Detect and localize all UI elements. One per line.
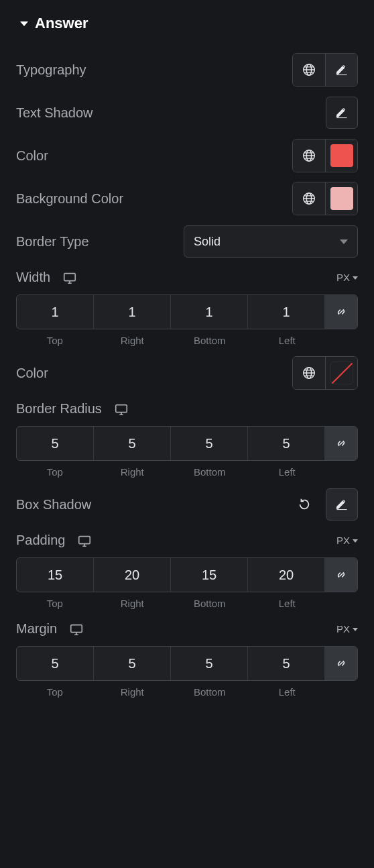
padding-top-input[interactable] <box>17 567 93 584</box>
padding-right-input[interactable] <box>94 567 170 584</box>
width-unit: PX <box>336 272 350 283</box>
width-label: Width <box>16 270 50 285</box>
radius-top-input[interactable] <box>17 435 93 452</box>
padding-unit-toggle[interactable]: PX <box>336 535 358 546</box>
typography-globals-button[interactable] <box>293 54 325 86</box>
desktop-icon <box>62 270 77 285</box>
sub-top: Top <box>16 466 94 478</box>
radius-right-input[interactable] <box>94 435 170 452</box>
border-type-value: Solid <box>194 235 221 249</box>
width-responsive-button[interactable] <box>62 270 77 285</box>
margin-bottom-input[interactable] <box>171 655 247 672</box>
color-picker-button[interactable] <box>325 140 357 172</box>
width-left-input[interactable] <box>248 304 324 321</box>
margin-unit-toggle[interactable]: PX <box>336 623 358 635</box>
radius-left-input[interactable] <box>248 435 324 452</box>
radius-bottom-input[interactable] <box>171 435 247 452</box>
padding-left-input[interactable] <box>248 567 324 584</box>
sub-left: Left <box>249 686 326 698</box>
sub-bottom: Bottom <box>171 598 249 609</box>
reset-icon <box>297 497 312 512</box>
margin-sub-labels: Top Right Bottom Left <box>16 686 358 698</box>
no-color-swatch <box>330 362 353 384</box>
width-unit-toggle[interactable]: PX <box>336 272 358 283</box>
margin-top-input[interactable] <box>17 655 93 672</box>
link-icon <box>334 657 348 670</box>
background-color-globals-button[interactable] <box>293 182 325 215</box>
pencil-icon <box>335 498 349 511</box>
margin-header: Margin PX <box>16 614 358 646</box>
margin-unit: PX <box>336 623 350 635</box>
link-icon <box>334 568 348 582</box>
box-shadow-edit-button[interactable] <box>326 488 358 521</box>
typography-buttons <box>292 53 358 87</box>
typography-label: Typography <box>16 62 86 78</box>
color-globals-button[interactable] <box>293 140 325 172</box>
text-shadow-row: Text Shadow <box>16 91 358 134</box>
section-toggle-answer[interactable]: Answer <box>16 11 358 48</box>
padding-sub-labels: Top Right Bottom Left <box>16 598 358 609</box>
sub-left: Left <box>249 335 326 346</box>
border-type-label: Border Type <box>16 234 89 250</box>
border-type-select[interactable]: Solid <box>184 225 358 258</box>
globe-icon <box>302 148 316 163</box>
chevron-down-icon <box>353 628 358 631</box>
globe-icon <box>302 191 316 206</box>
color-swatch <box>330 144 353 167</box>
padding-link-button[interactable] <box>325 558 357 592</box>
chevron-down-icon <box>353 539 358 543</box>
border-color-buttons <box>292 356 358 390</box>
sub-top: Top <box>16 686 94 698</box>
sub-right: Right <box>94 335 172 346</box>
border-radius-label: Border Radius <box>16 401 102 417</box>
text-shadow-edit-button[interactable] <box>326 97 358 129</box>
sub-left: Left <box>249 466 326 478</box>
margin-label: Margin <box>16 621 57 637</box>
color-label: Color <box>16 148 48 164</box>
border-color-picker-button[interactable] <box>325 357 357 389</box>
sub-right: Right <box>94 598 172 609</box>
margin-right-input[interactable] <box>94 655 170 672</box>
box-shadow-row: Box Shadow <box>16 483 358 526</box>
sub-bottom: Bottom <box>171 335 249 346</box>
padding-responsive-button[interactable] <box>77 533 92 548</box>
box-shadow-reset-button[interactable] <box>288 488 320 521</box>
margin-left-input[interactable] <box>248 655 324 672</box>
pencil-icon <box>335 106 349 119</box>
desktop-icon <box>114 402 129 417</box>
border-radius-responsive-button[interactable] <box>114 402 129 417</box>
link-icon <box>334 437 348 450</box>
margin-inputs <box>16 646 358 681</box>
padding-inputs <box>16 557 358 592</box>
box-shadow-label: Box Shadow <box>16 497 91 512</box>
section-title: Answer <box>35 15 88 32</box>
background-color-picker-button[interactable] <box>325 182 357 215</box>
border-color-globals-button[interactable] <box>293 357 325 389</box>
desktop-icon <box>69 622 84 637</box>
border-radius-inputs <box>16 426 358 461</box>
sub-bottom: Bottom <box>171 686 249 698</box>
width-bottom-input[interactable] <box>171 304 247 321</box>
chevron-down-icon <box>340 239 348 244</box>
sub-top: Top <box>16 335 94 346</box>
sub-left: Left <box>249 598 326 609</box>
sub-top: Top <box>16 598 94 609</box>
globe-icon <box>302 366 316 380</box>
margin-link-button[interactable] <box>325 647 357 680</box>
border-type-row: Border Type Solid <box>16 220 358 263</box>
pencil-icon <box>335 63 349 76</box>
margin-responsive-button[interactable] <box>69 622 84 637</box>
background-color-label: Background Color <box>16 191 123 207</box>
typography-edit-button[interactable] <box>325 54 357 86</box>
desktop-icon <box>77 533 92 548</box>
width-link-button[interactable] <box>325 295 357 329</box>
background-color-buttons <box>292 182 358 215</box>
width-inputs <box>16 294 358 329</box>
link-icon <box>334 305 348 319</box>
radius-link-button[interactable] <box>325 427 357 460</box>
border-color-label: Color <box>16 366 48 381</box>
width-right-input[interactable] <box>94 304 170 321</box>
style-panel: Answer Typography Text Shadow Color <box>0 0 374 710</box>
padding-bottom-input[interactable] <box>171 567 247 584</box>
width-top-input[interactable] <box>17 304 93 321</box>
